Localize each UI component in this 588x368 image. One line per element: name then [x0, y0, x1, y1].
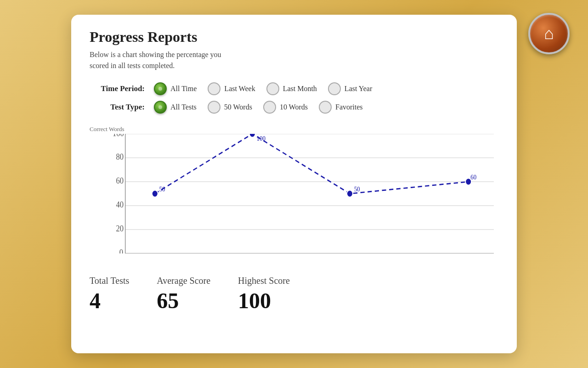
chart-svg: 100 80 60 40 20 0 50 100 50 60 [113, 134, 494, 253]
radio-last-year[interactable] [328, 82, 341, 95]
radio-all-time-label: All Time [170, 85, 197, 93]
page-subtitle: Below is a chart showing the percentage … [90, 49, 498, 71]
time-period-label: Time Period: [90, 84, 145, 93]
main-card: Progress Reports Below is a chart showin… [71, 15, 517, 353]
highest-score-label: Highest Score [238, 276, 290, 286]
svg-text:100: 100 [257, 134, 266, 142]
svg-text:60: 60 [470, 173, 476, 181]
svg-point-14 [152, 190, 158, 197]
average-score-stat: Average Score 65 [157, 276, 210, 313]
svg-text:50: 50 [159, 185, 165, 193]
time-period-options: All Time Last Week Last Month Last Year [154, 82, 372, 95]
radio-last-week[interactable] [208, 82, 220, 95]
radio-all-tests-label: All Tests [170, 103, 197, 111]
test-type-options: All Tests 50 Words 10 Words Favorites [154, 101, 363, 114]
chart-y-label: Correct Words [90, 126, 124, 133]
radio-50-words[interactable] [208, 101, 220, 114]
radio-last-year-label: Last Year [345, 85, 372, 93]
time-period-row: Time Period: All Time Last Week Last Mon… [90, 82, 498, 95]
test-type-all-tests[interactable]: All Tests [154, 101, 197, 114]
svg-text:20: 20 [116, 224, 124, 234]
radio-10-words-label: 10 Words [280, 103, 308, 111]
radio-all-tests[interactable] [154, 101, 167, 114]
stats-row: Total Tests 4 Average Score 65 Highest S… [90, 271, 498, 313]
total-tests-value: 4 [90, 288, 129, 313]
page-title: Progress Reports [90, 29, 498, 46]
time-period-last-month[interactable]: Last Month [266, 82, 317, 95]
test-type-50-words[interactable]: 50 Words [208, 101, 252, 114]
test-type-label: Test Type: [90, 103, 145, 112]
home-icon: ⌂ [544, 24, 554, 43]
radio-all-time[interactable] [154, 82, 167, 95]
svg-point-15 [249, 134, 255, 138]
total-tests-stat: Total Tests 4 [90, 276, 129, 313]
average-score-label: Average Score [157, 276, 210, 286]
radio-50-words-label: 50 Words [224, 103, 252, 111]
test-type-favorites[interactable]: Favorites [319, 101, 363, 114]
svg-text:0: 0 [119, 247, 123, 253]
test-type-10-words[interactable]: 10 Words [263, 101, 308, 114]
radio-last-week-label: Last Week [224, 85, 255, 93]
time-period-all-time[interactable]: All Time [154, 82, 197, 95]
svg-text:80: 80 [116, 152, 124, 162]
home-button[interactable]: ⌂ [528, 13, 570, 54]
highest-score-stat: Highest Score 100 [238, 276, 290, 313]
svg-text:40: 40 [116, 200, 124, 210]
svg-point-16 [347, 190, 353, 197]
chart-area: Correct Words 100 80 60 40 20 0 [90, 121, 498, 264]
svg-text:60: 60 [116, 176, 124, 186]
average-score-value: 65 [157, 288, 210, 313]
highest-score-value: 100 [238, 288, 290, 313]
radio-last-month[interactable] [266, 82, 279, 95]
time-period-last-year[interactable]: Last Year [328, 82, 372, 95]
radio-last-month-label: Last Month [283, 85, 317, 93]
radio-favorites[interactable] [319, 101, 332, 114]
svg-text:100: 100 [113, 134, 124, 138]
radio-favorites-label: Favorites [335, 103, 363, 111]
svg-text:50: 50 [354, 185, 360, 193]
total-tests-label: Total Tests [90, 276, 129, 286]
time-period-last-week[interactable]: Last Week [208, 82, 255, 95]
radio-10-words[interactable] [263, 101, 276, 114]
filter-section: Time Period: All Time Last Week Last Mon… [90, 82, 498, 114]
test-type-row: Test Type: All Tests 50 Words 10 Words F… [90, 101, 498, 114]
